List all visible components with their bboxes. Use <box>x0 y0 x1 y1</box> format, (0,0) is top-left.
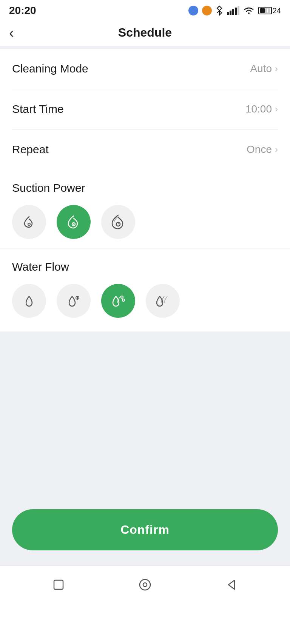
status-bar: 20:20 24 <box>0 0 290 20</box>
svg-point-6 <box>121 296 123 298</box>
suction-medium-button[interactable] <box>57 205 91 239</box>
suction-high-button[interactable] <box>101 205 135 239</box>
status-icons: 24 <box>188 5 281 16</box>
svg-point-2 <box>73 224 74 225</box>
water-high-button[interactable] <box>146 284 180 318</box>
suction-power-options <box>12 205 278 239</box>
water-flow-options <box>12 284 278 318</box>
svg-point-9 <box>140 579 150 590</box>
svg-marker-11 <box>228 580 234 589</box>
cleaning-mode-label: Cleaning Mode <box>12 62 88 75</box>
page-title: Schedule <box>118 26 172 40</box>
svg-point-10 <box>143 583 147 587</box>
top-divider <box>0 46 290 49</box>
water-low-button[interactable] <box>57 284 91 318</box>
cleaning-mode-chevron: › <box>275 63 278 74</box>
nav-back-button[interactable] <box>220 573 243 596</box>
repeat-row[interactable]: Repeat Once › <box>12 129 278 169</box>
water-medium-button[interactable] <box>101 284 135 318</box>
bluetooth-icon <box>216 5 223 16</box>
start-time-label: Start Time <box>12 103 64 116</box>
water-flow-section: Water Flow <box>0 248 290 331</box>
start-time-chevron: › <box>275 104 278 114</box>
suction-low-button[interactable] <box>12 205 46 239</box>
circle-dot-icon <box>138 578 152 592</box>
signal-bars <box>227 6 239 15</box>
water-flow-title: Water Flow <box>12 260 278 273</box>
svg-rect-8 <box>54 580 63 589</box>
square-icon <box>52 578 65 592</box>
suction-low-icon <box>21 214 37 230</box>
svg-point-7 <box>122 299 125 301</box>
battery-level: 24 <box>273 6 281 15</box>
suction-power-title: Suction Power <box>12 182 278 194</box>
svg-point-0 <box>28 223 30 225</box>
settings-section: Cleaning Mode Auto › Start Time 10:00 › … <box>0 49 290 169</box>
water-medium-icon <box>110 293 126 309</box>
start-time-row[interactable]: Start Time 10:00 › <box>12 89 278 129</box>
gray-area: Confirm <box>0 331 290 565</box>
repeat-value: Once › <box>247 143 278 156</box>
battery-indicator: 24 <box>258 6 281 15</box>
app-icon-orange <box>202 6 212 15</box>
app-icon-blue <box>188 6 198 15</box>
back-button[interactable]: ‹ <box>9 26 14 40</box>
nav-home-button[interactable] <box>134 573 156 596</box>
water-off-button[interactable] <box>12 284 46 318</box>
water-off-icon <box>21 293 37 309</box>
suction-power-section: Suction Power <box>0 169 290 248</box>
bottom-nav <box>0 565 290 604</box>
cleaning-mode-row[interactable]: Cleaning Mode Auto › <box>12 49 278 89</box>
triangle-back-icon <box>225 578 238 592</box>
start-time-value: 10:00 › <box>245 103 278 115</box>
repeat-label: Repeat <box>12 143 49 156</box>
header: ‹ Schedule <box>0 20 290 46</box>
repeat-chevron: › <box>275 144 278 155</box>
water-low-icon <box>65 293 82 309</box>
cleaning-mode-value: Auto › <box>250 63 278 75</box>
suction-high-icon <box>110 214 126 230</box>
suction-medium-icon <box>65 214 82 230</box>
water-high-icon <box>154 293 171 309</box>
status-time: 20:20 <box>9 5 36 17</box>
nav-square-button[interactable] <box>47 573 70 596</box>
confirm-button[interactable]: Confirm <box>12 509 278 550</box>
wifi-icon <box>243 6 255 15</box>
